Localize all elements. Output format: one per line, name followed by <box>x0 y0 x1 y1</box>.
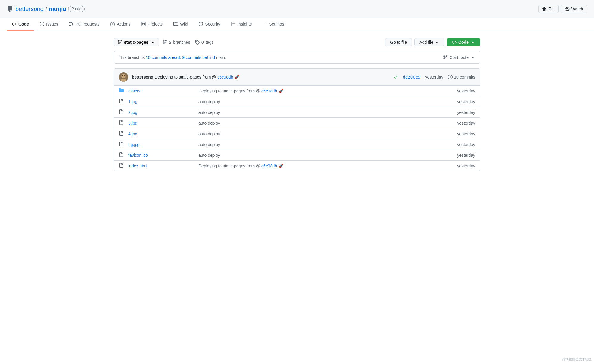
commit-emoji: 🚀 <box>234 75 239 79</box>
tab-actions-label: Actions <box>117 22 130 26</box>
ahead-behind-suffix: main. <box>216 55 226 60</box>
table-row: 4.jpg auto deploy yesterday <box>114 128 480 139</box>
branch-label: branches <box>173 40 190 45</box>
file-name-link[interactable]: bg.jpg <box>128 142 194 147</box>
tab-pull-requests[interactable]: Pull requests <box>64 18 104 31</box>
file-date: yesterday <box>457 164 475 168</box>
commit-message: bettersong Deploying to static-pages fro… <box>132 75 390 79</box>
file-commit-msg: auto deploy <box>198 131 220 136</box>
contribute-chevron-icon <box>470 55 475 60</box>
add-file-label: Add file <box>419 40 433 45</box>
commits-ahead-link[interactable]: 10 commits ahead <box>146 55 180 60</box>
add-file-chevron-icon <box>434 40 439 45</box>
file-date: yesterday <box>457 131 475 136</box>
code-icon <box>12 22 17 26</box>
file-name-link[interactable]: favicon.ico <box>128 153 194 158</box>
tab-security[interactable]: Security <box>194 18 225 31</box>
repo-separator: / <box>46 6 47 12</box>
tab-settings[interactable]: Settings <box>258 18 289 31</box>
file-commit-sha[interactable]: c6c98db <box>261 164 277 168</box>
pin-button[interactable]: Pin <box>538 5 559 13</box>
tab-code[interactable]: Code <box>7 18 34 31</box>
file-name-link[interactable]: assets <box>128 89 194 93</box>
file-commit-msg: auto deploy <box>198 110 220 115</box>
folder-icon <box>119 88 124 93</box>
tab-settings-label: Settings <box>269 22 284 26</box>
chevron-down-icon <box>150 40 155 45</box>
table-row: index.html Deploying to static-pages fro… <box>114 161 480 171</box>
branch-selector[interactable]: static-pages <box>114 38 159 46</box>
file-name-link[interactable]: 3.jpg <box>128 121 194 125</box>
contribute-label: Contribute <box>449 55 469 60</box>
file-icon-container <box>119 88 125 94</box>
add-file-button[interactable]: Add file <box>414 38 444 46</box>
file-date: yesterday <box>457 99 475 104</box>
code-button-icon <box>452 40 457 45</box>
branch-count: 2 <box>169 40 171 45</box>
tab-code-label: Code <box>18 22 29 26</box>
tab-insights-label: Insights <box>237 22 252 26</box>
file-commit-text: auto deploy <box>194 131 457 136</box>
watch-icon <box>565 7 570 11</box>
file-commit-msg: auto deploy <box>198 121 220 125</box>
file-commit-msg: auto deploy <box>198 153 220 158</box>
tags-link[interactable]: 0 tags <box>195 40 213 45</box>
contribute-icon <box>443 55 448 60</box>
file-icon-container <box>119 109 125 115</box>
avatar-image <box>119 72 128 82</box>
file-icon <box>119 152 124 157</box>
file-date: yesterday <box>457 121 475 125</box>
commit-sha-link[interactable]: c6c98db <box>217 75 233 79</box>
repo-title: bettersong / nanjiu Public <box>15 6 85 12</box>
security-icon <box>198 22 203 26</box>
file-icon <box>119 163 124 168</box>
tab-issues[interactable]: Issues <box>35 18 63 31</box>
projects-icon <box>141 22 146 26</box>
repo-header: bettersong / nanjiu Public Pin Watch <box>0 0 594 18</box>
repo-name-link[interactable]: nanjiu <box>49 6 66 12</box>
ahead-behind-banner: This branch is 10 commits ahead, 9 commi… <box>114 51 480 64</box>
file-icon <box>119 120 124 125</box>
tag-icon <box>195 40 200 45</box>
file-name-link[interactable]: 4.jpg <box>128 131 194 136</box>
tab-wiki-label: Wiki <box>180 22 188 26</box>
wiki-icon <box>173 22 178 26</box>
commits-count: 10 commits <box>448 75 475 79</box>
file-name-link[interactable]: 1.jpg <box>128 99 194 104</box>
commits-count-label: commits <box>460 75 475 79</box>
watch-button[interactable]: Watch <box>561 5 587 13</box>
file-commit-text: auto deploy <box>194 99 457 104</box>
file-commit-msg: Deploying to static-pages from @ c6c98db… <box>198 89 283 93</box>
tab-insights[interactable]: Insights <box>226 18 257 31</box>
file-commit-text: auto deploy <box>194 142 457 147</box>
file-name-link[interactable]: index.html <box>128 164 194 168</box>
pull-requests-icon <box>69 22 74 26</box>
file-name-link[interactable]: 2.jpg <box>128 110 194 115</box>
repo-owner-link[interactable]: bettersong <box>15 6 44 12</box>
go-to-file-button[interactable]: Go to file <box>385 38 412 46</box>
svg-point-4 <box>124 75 125 76</box>
file-commit-sha[interactable]: c6c98db <box>261 89 277 93</box>
code-button-label: Code <box>458 40 469 45</box>
tab-wiki[interactable]: Wiki <box>169 18 193 31</box>
watch-label: Watch <box>571 7 583 11</box>
code-button[interactable]: Code <box>447 38 480 46</box>
svg-point-1 <box>121 74 126 78</box>
branches-link[interactable]: 2 branches <box>162 40 190 45</box>
file-commit-msg: Deploying to static-pages from @ c6c98db… <box>198 164 283 168</box>
code-button-chevron-icon <box>470 40 475 45</box>
table-row: bg.jpg auto deploy yesterday <box>114 139 480 150</box>
file-commit-msg: auto deploy <box>198 99 220 104</box>
tab-projects[interactable]: Projects <box>136 18 168 31</box>
commit-box: bettersong Deploying to static-pages fro… <box>114 68 480 171</box>
commit-check <box>393 75 398 79</box>
tab-actions[interactable]: Actions <box>105 18 135 31</box>
file-icon-container <box>119 142 125 147</box>
commit-author: bettersong <box>132 75 153 79</box>
commits-behind-link[interactable]: 9 commits behind <box>182 55 215 60</box>
file-date: yesterday <box>457 153 475 158</box>
tab-pull-requests-label: Pull requests <box>75 22 99 26</box>
commit-check-sha-link[interactable]: de200c9 <box>403 75 421 79</box>
file-date: yesterday <box>457 142 475 147</box>
contribute-button[interactable]: Contribute <box>443 55 475 60</box>
